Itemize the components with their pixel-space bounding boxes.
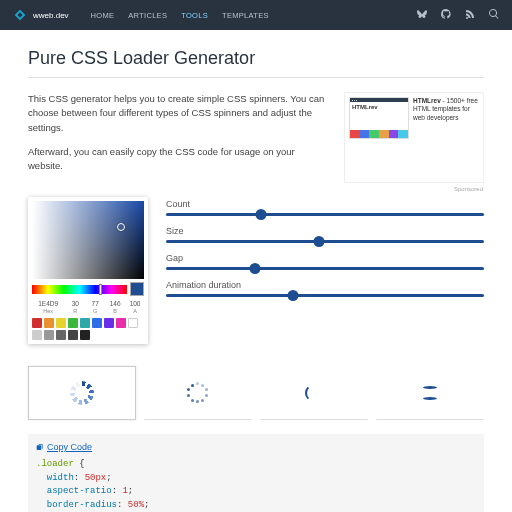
css-code[interactable]: .loader { width: 50px; aspect-ratio: 1; … [36,458,476,512]
controls-row: 1E4D9Hex 30R 77G 146B 100A CountSizeGapA… [28,197,484,344]
slider-gap: Gap [166,253,484,270]
preset-swatch[interactable] [44,330,54,340]
nav-icons [416,8,500,22]
ad-image: HTMLrev [349,97,409,139]
hex-input[interactable]: 1E4D9 [32,299,64,308]
slider-track[interactable] [166,213,484,216]
slider-track[interactable] [166,294,484,297]
slider-thumb[interactable] [256,209,267,220]
b-input[interactable]: 146 [106,299,124,308]
preset-swatch[interactable] [68,318,78,328]
sponsor-ad[interactable]: HTMLrev HTMLrev - 1500+ free HTML templa… [344,92,484,183]
copy-code-button[interactable]: Copy Code [36,442,476,452]
preset-swatch[interactable] [56,330,66,340]
logo-wrap[interactable]: wweb.dev [12,7,69,23]
slider-animation-duration: Animation duration [166,280,484,297]
main-container: Pure CSS Loader Generator This CSS gener… [0,30,512,512]
nav-home[interactable]: HOME [91,11,115,20]
github-icon[interactable] [440,8,452,22]
slider-thumb[interactable] [250,263,261,274]
spinner-arc-icon [305,384,323,402]
logo-icon [12,7,28,23]
search-icon[interactable] [488,8,500,22]
slider-thumb[interactable] [288,290,299,301]
slider-size: Size [166,226,484,243]
preset-swatch[interactable] [32,330,42,340]
slider-label: Size [166,226,484,236]
slider-track[interactable] [166,267,484,270]
preset-swatch[interactable] [128,318,138,328]
hue-slider[interactable] [32,285,127,294]
spinner-bars-icon [421,386,439,400]
current-swatch [130,282,144,296]
preset-swatch[interactable] [80,330,90,340]
preset-swatch[interactable] [80,318,90,328]
brand-text: wweb.dev [33,11,69,20]
variant-2[interactable] [144,366,252,420]
preset-swatch[interactable] [56,318,66,328]
spinner-dash-icon [70,381,94,405]
preset-swatch[interactable] [104,318,114,328]
preset-swatch[interactable] [32,318,42,328]
preset-swatch[interactable] [92,318,102,328]
bluesky-icon[interactable] [416,8,428,22]
page-title: Pure CSS Loader Generator [28,48,484,69]
desc-p1: This CSS generator helps you to create s… [28,92,328,135]
sliders-panel: CountSizeGapAnimation duration [166,197,484,344]
site-header: wweb.dev HOME ARTICLES TOOLS TEMPLATES [0,0,512,30]
color-inputs: 1E4D9Hex 30R 77G 146B 100A [32,299,144,314]
description: This CSS generator helps you to create s… [28,92,328,183]
variant-1[interactable] [28,366,136,420]
slider-count: Count [166,199,484,216]
slider-track[interactable] [166,240,484,243]
copy-icon [36,443,44,451]
desc-p2: Afterward, you can easily copy the CSS c… [28,145,328,174]
preset-swatch[interactable] [116,318,126,328]
divider [28,77,484,78]
hue-marker[interactable] [99,284,102,295]
nav-templates[interactable]: TEMPLATES [222,11,269,20]
variant-4[interactable] [376,366,484,420]
loader-variants [28,366,484,420]
slider-label: Animation duration [166,280,484,290]
main-nav: HOME ARTICLES TOOLS TEMPLATES [91,11,269,20]
color-picker[interactable]: 1E4D9Hex 30R 77G 146B 100A [28,197,148,344]
r-input[interactable]: 30 [66,299,84,308]
slider-label: Gap [166,253,484,263]
slider-label: Count [166,199,484,209]
picker-marker[interactable] [117,223,125,231]
intro-row: This CSS generator helps you to create s… [28,92,484,183]
saturation-field[interactable] [32,201,144,279]
preset-swatch[interactable] [44,318,54,328]
rss-icon[interactable] [464,8,476,22]
preset-swatch[interactable] [68,330,78,340]
sponsored-label: Sponsored [454,186,483,192]
slider-thumb[interactable] [313,236,324,247]
nav-tools[interactable]: TOOLS [181,11,208,20]
preset-swatches [32,318,144,340]
variant-3[interactable] [260,366,368,420]
a-input[interactable]: 100 [126,299,144,308]
code-output: Copy Code .loader { width: 50px; aspect-… [28,434,484,512]
g-input[interactable]: 77 [86,299,104,308]
nav-articles[interactable]: ARTICLES [128,11,167,20]
spinner-dots-icon [187,382,209,404]
ad-text: HTMLrev - 1500+ free HTML templates for … [413,97,479,178]
